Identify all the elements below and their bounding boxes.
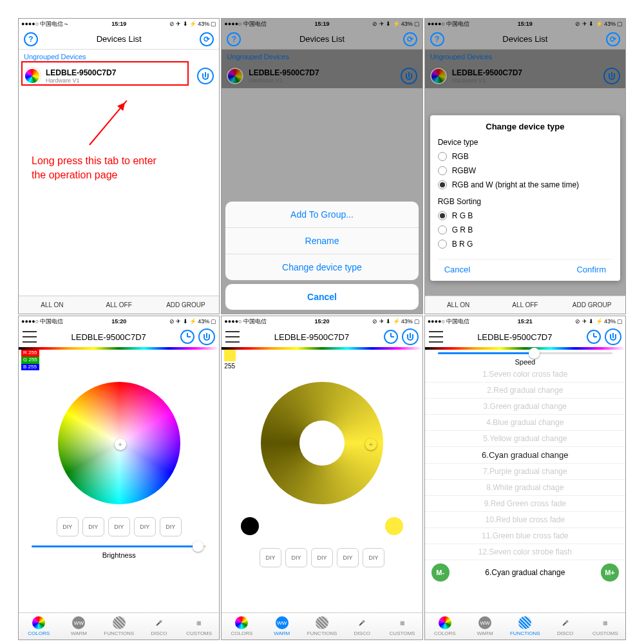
annotation-arrow (89, 100, 127, 145)
action-change-type[interactable]: Change device type (225, 254, 418, 280)
panel-devices-actionsheet: ●●●●○ 中国电信15:19⊘ ✈ ⬇ ⚡ 43%▢ ?Devices Lis… (221, 18, 422, 314)
diy-4[interactable]: DIY (134, 517, 156, 536)
mic-icon: 🎤 (153, 616, 166, 629)
swatch-black[interactable] (241, 517, 259, 535)
radio-sort-grb[interactable]: G R B (438, 223, 612, 237)
annotation-text: Long press this tab to enter the operati… (32, 154, 156, 183)
function-item[interactable]: 9.Red Green cross fade (425, 496, 625, 512)
device-color-icon (24, 68, 41, 84)
function-item[interactable]: 8.White gradual chage (425, 480, 625, 496)
tab-colors[interactable]: COLORS (425, 613, 465, 639)
status-bar: ●●●●○ 中国电信 ⏦ 15:19 ⊘ ✈ ⬇ ⚡ 43%▢ (19, 19, 219, 29)
function-item[interactable]: 12.Seven color strobe flash (425, 544, 625, 560)
function-item[interactable]: 10.Red blue cross fade (425, 512, 625, 528)
device-name: LEDBLE-9500C7D7 (46, 68, 197, 77)
diy-1[interactable]: DIY (57, 517, 79, 536)
radio-rgbw[interactable]: RGBW (438, 164, 612, 178)
tab-functions[interactable]: FUNCTIONS (99, 613, 139, 639)
tab-warm[interactable]: WWWARM (262, 613, 302, 639)
device-row[interactable]: LEDBLE-9500C7D7 Hardware V1 (19, 64, 219, 88)
radio-rgb-and-w[interactable]: RGB and W (bright at the same time) (438, 178, 612, 192)
tab-disco[interactable]: 🎤DISCO (342, 613, 382, 639)
swatch-yellow[interactable] (385, 517, 403, 535)
radio-sort-brg[interactable]: B R G (438, 237, 612, 251)
power-button[interactable] (605, 328, 621, 345)
diy-3[interactable]: DIY (108, 517, 130, 536)
device-title: LEDBLE-9500C7D7 (37, 332, 180, 342)
panel-functions: ●●●●○ 中国电信15:21⊘ ✈ ⬇ ⚡ 43%▢ LEDBLE-9500C… (424, 316, 626, 640)
panel-devices-main: ●●●●○ 中国电信 ⏦ 15:19 ⊘ ✈ ⬇ ⚡ 43%▢ ? Device… (18, 18, 220, 314)
brightness-label: Brightness (19, 551, 219, 559)
timer-button[interactable] (587, 330, 601, 344)
modal-cancel[interactable]: Cancel (438, 265, 477, 274)
device-type-label: Device type (438, 138, 612, 147)
rgb-readout: R 255 G 255 B 255 (21, 350, 39, 370)
function-item[interactable]: 4.Blue gradual change (425, 415, 625, 431)
menu-button[interactable] (225, 331, 240, 343)
power-button[interactable] (197, 68, 214, 84)
diy-5[interactable]: DIY (160, 517, 182, 536)
tab-warm[interactable]: WWWARM (465, 613, 505, 639)
modal-confirm[interactable]: Confirm (570, 265, 612, 274)
help-icon: ? (24, 32, 38, 46)
next-mode-button[interactable]: M+ (601, 564, 619, 582)
speed-label: Speed (425, 358, 625, 366)
menu-button[interactable] (23, 331, 37, 343)
action-add-to-group[interactable]: Add To Group... (225, 202, 418, 228)
color-wheel[interactable]: + (58, 382, 180, 504)
function-list[interactable]: 1.Seven color cross fade2.Red gradual ch… (425, 366, 625, 562)
tab-warm[interactable]: WWWARM (59, 613, 99, 639)
function-item[interactable]: 11.Green blue cross fade (425, 528, 625, 544)
action-cancel[interactable]: Cancel (225, 284, 418, 310)
page-title: Devices List (39, 34, 198, 44)
brightness-slider[interactable] (32, 545, 206, 547)
power-button[interactable] (402, 328, 419, 345)
timer-button[interactable] (384, 330, 398, 344)
color-picker-handle[interactable]: + (115, 439, 126, 450)
diy-presets: DIY DIY DIY DIY DIY (19, 517, 219, 536)
menu-button[interactable] (429, 331, 443, 343)
tab-colors[interactable]: COLORS (19, 613, 59, 639)
function-item[interactable]: 6.Cyan gradual change (425, 447, 625, 464)
warm-picker-handle[interactable]: + (365, 439, 377, 450)
tab-disco[interactable]: 🎤DISCO (139, 613, 179, 639)
diy-2[interactable]: DIY (82, 517, 104, 536)
help-button[interactable]: ? (23, 31, 39, 48)
panel-devices-modal: ●●●●○ 中国电信15:19⊘ ✈ ⬇ ⚡ 43%▢ ?Devices Lis… (424, 18, 626, 314)
power-button[interactable] (198, 328, 215, 345)
modal-title: Change device type (438, 122, 612, 131)
tab-customs[interactable]: ▦CUSTOMS (179, 613, 219, 639)
add-group-button[interactable]: ADD GROUP (153, 296, 220, 314)
current-function: 6.Cyan gradual change (485, 568, 565, 577)
section-header: Ungrouped Devices (19, 50, 219, 64)
grid-icon: ▦ (193, 616, 205, 629)
refresh-icon: ⟳ (200, 32, 214, 46)
bottom-bar: ALL ON ALL OFF ADD GROUP (19, 296, 219, 314)
navbar: ? Devices List ⟳ (19, 29, 219, 50)
prev-mode-button[interactable]: M- (431, 564, 450, 582)
radio-sort-rgb[interactable]: R G B (438, 209, 612, 223)
function-item[interactable]: 7.Purple gradual change (425, 464, 625, 480)
tab-colors[interactable]: COLORS (222, 613, 261, 639)
refresh-button[interactable]: ⟳ (198, 31, 215, 48)
tab-customs[interactable]: ▦CUSTOMS (382, 613, 422, 639)
swatch-value: 255 (224, 363, 235, 370)
tab-functions[interactable]: FUNCTIONS (505, 613, 545, 639)
timer-button[interactable] (180, 330, 194, 344)
change-type-modal: Change device type Device type RGB RGBW … (430, 115, 620, 281)
tab-functions[interactable]: FUNCTIONS (302, 613, 342, 639)
action-sheet: Add To Group... Rename Change device typ… (225, 202, 418, 310)
tab-customs[interactable]: ▦CUSTOMS (585, 613, 625, 639)
tab-disco[interactable]: 🎤DISCO (545, 613, 585, 639)
function-item[interactable]: 2.Red gradual change (425, 383, 625, 399)
panel-warm: ●●●●○ 中国电信15:20⊘ ✈ ⬇ ⚡ 43%▢ LEDBLE-9500C… (221, 316, 422, 640)
radio-rgb[interactable]: RGB (438, 149, 612, 164)
warm-wheel[interactable]: + (261, 382, 383, 504)
all-off-button[interactable]: ALL OFF (86, 296, 153, 314)
function-item[interactable]: 5.Yellow gradual change (425, 431, 625, 447)
function-item[interactable]: 3.Green gradual change (425, 399, 625, 415)
speed-slider[interactable] (438, 352, 612, 354)
all-on-button[interactable]: ALL ON (19, 296, 86, 314)
function-item[interactable]: 1.Seven color cross fade (425, 366, 625, 383)
action-rename[interactable]: Rename (225, 228, 418, 254)
